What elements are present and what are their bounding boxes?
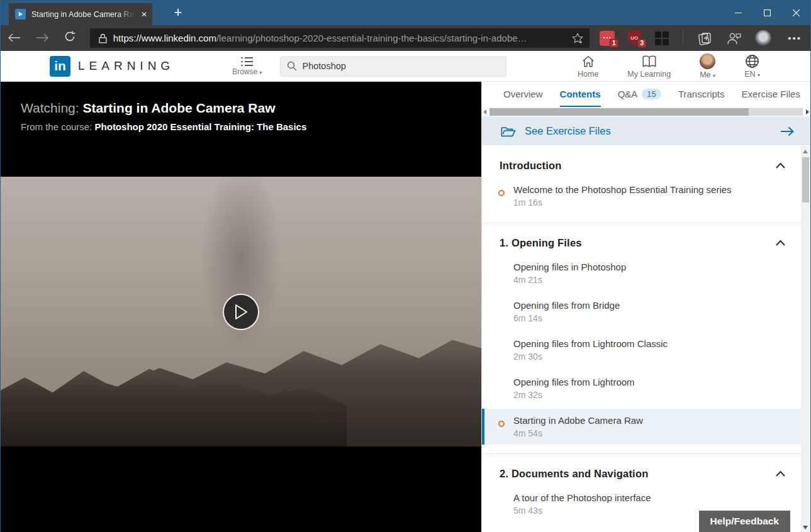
rock-ridge-front <box>1 338 347 446</box>
panel-tabs: Overview Contents Q&A15 Transcripts Exer… <box>482 82 810 107</box>
adblock-extension-icon[interactable]: ... 1 <box>600 31 615 46</box>
scroll-up-arrow-icon[interactable] <box>803 150 808 153</box>
browser-titlebar[interactable]: Starting in Adobe Camera Raw: P ✕ + <box>1 0 810 25</box>
tab-transcripts[interactable]: Transcripts <box>678 82 725 107</box>
toc-item-current[interactable]: Starting in Adobe Camera Raw 4m 54s <box>482 409 801 445</box>
course-title-link[interactable]: Photoshop 2020 Essential Training: The B… <box>95 121 307 132</box>
toolbar-divider <box>683 31 683 46</box>
video-meta: Watching: Starting in Adobe Camera Raw F… <box>1 82 481 132</box>
page-content: Watching: Starting in Adobe Camera Raw F… <box>1 82 810 532</box>
folder-open-icon <box>501 125 516 138</box>
chevron-down-icon: ▾ <box>758 72 760 78</box>
scroll-down-arrow-icon[interactable] <box>803 526 808 529</box>
adblock-badge: 1 <box>610 39 618 48</box>
vertical-scroll-thumb[interactable] <box>802 157 809 202</box>
scroll-left-arrow-icon[interactable] <box>483 109 486 114</box>
window-controls <box>724 0 810 25</box>
play-button[interactable] <box>223 294 259 330</box>
nav-home[interactable]: Home <box>578 55 598 79</box>
in-progress-ring-icon <box>498 421 505 427</box>
new-tab-button[interactable]: + <box>165 0 191 25</box>
horizontal-scroll-thumb[interactable] <box>489 108 749 116</box>
search-input[interactable] <box>303 61 491 71</box>
section-header[interactable]: 1. Opening Files <box>482 232 801 253</box>
grid-extension-icon[interactable] <box>655 31 669 45</box>
back-button[interactable] <box>1 31 28 45</box>
toc-item[interactable]: Opening files in Photoshop 4m 21s <box>482 255 801 291</box>
chevron-down-icon: ▾ <box>260 70 262 75</box>
exercise-banner-label: See Exercise Files <box>525 125 780 137</box>
tab-overview[interactable]: Overview <box>503 82 543 107</box>
site-header: in LEARNING Browse ▾ Home My Learning Me… <box>1 51 810 82</box>
tab-qa[interactable]: Q&A15 <box>618 82 661 107</box>
watching-label: Watching: <box>21 101 79 115</box>
tab-exercise-files[interactable]: Exercise Files <box>742 82 800 107</box>
url-text: https://www.linkedin.com/learning/photos… <box>113 33 567 43</box>
chevron-up-icon <box>775 470 786 477</box>
help-feedback-button[interactable]: Help/Feedback <box>699 511 790 532</box>
nav-language[interactable]: EN ▾ <box>744 54 760 79</box>
globe-icon <box>745 54 759 69</box>
toc-item[interactable]: Welcome to the Photoshop Essential Train… <box>482 178 801 214</box>
search-box[interactable] <box>280 56 506 77</box>
chevron-up-icon <box>775 162 786 169</box>
lock-icon <box>99 33 107 43</box>
video-title-line: Watching: Starting in Adobe Camera Raw <box>21 101 461 116</box>
table-of-contents: Introduction Welcome to the Photoshop Es… <box>482 146 801 532</box>
settings-menu-icon[interactable]: ••• <box>788 33 802 43</box>
nav-me[interactable]: Me ▾ <box>700 53 715 79</box>
maximize-button[interactable] <box>752 0 781 25</box>
vertical-scrollbar[interactable] <box>801 146 810 532</box>
play-icon <box>234 304 248 320</box>
home-icon <box>581 55 595 69</box>
open-book-icon <box>642 55 657 69</box>
forward-button[interactable] <box>28 31 56 45</box>
linkedin-logo[interactable]: in <box>50 56 70 77</box>
extensions-row: ... 1 UO 3 ••• <box>600 30 810 47</box>
toc-section-opening-files: 1. Opening Files Opening files in Photos… <box>482 223 801 453</box>
linkedin-learning-brand[interactable]: in LEARNING <box>50 56 174 77</box>
user-avatar[interactable] <box>700 53 715 69</box>
video-title: Starting in Adobe Camera Raw <box>82 101 275 115</box>
header-nav: Home My Learning Me ▾ EN ▾ <box>578 51 760 82</box>
video-favicon-icon <box>15 9 26 19</box>
refresh-button[interactable] <box>56 31 84 45</box>
horizontal-scrollbar[interactable] <box>482 107 810 117</box>
browser-profile-avatar[interactable] <box>755 30 771 47</box>
close-button[interactable] <box>781 0 810 25</box>
minimize-button[interactable] <box>724 0 752 25</box>
scroll-right-arrow-icon[interactable] <box>806 109 809 114</box>
address-bar[interactable]: https://www.linkedin.com/learning/photos… <box>90 28 590 48</box>
favorite-star-icon[interactable] <box>572 33 583 44</box>
tab-close-icon[interactable]: ✕ <box>141 10 147 19</box>
browser-window: Starting in Adobe Camera Raw: P ✕ + <box>0 0 811 532</box>
url-host: https://www.linkedin.com <box>113 33 216 43</box>
course-side-panel: Overview Contents Q&A15 Transcripts Exer… <box>481 82 810 532</box>
course-line: From the course: Photoshop 2020 Essentia… <box>21 121 461 132</box>
toc-item[interactable]: Opening files from Bridge 6m 14s <box>482 294 801 330</box>
tab-contents[interactable]: Contents <box>560 82 601 107</box>
exercise-files-banner[interactable]: See Exercise Files <box>482 117 810 145</box>
toc-section-introduction: Introduction Welcome to the Photoshop Es… <box>482 146 801 223</box>
nav-my-learning[interactable]: My Learning <box>627 55 671 79</box>
tab-title: Starting in Adobe Camera Raw: P <box>31 10 137 19</box>
chevron-up-icon <box>775 240 786 247</box>
arrow-right-icon <box>780 126 794 136</box>
section-header[interactable]: 2. Documents and Navigation <box>482 463 801 484</box>
video-thumbnail[interactable] <box>1 177 481 446</box>
toc-item[interactable]: Opening files from Lightroom Classic 2m … <box>482 332 801 368</box>
chevron-down-icon: ▾ <box>713 73 715 79</box>
section-header[interactable]: Introduction <box>482 155 801 175</box>
course-label: From the course: <box>21 121 92 132</box>
video-player-pane: Watching: Starting in Adobe Camera Raw F… <box>1 82 481 532</box>
url-path: /learning/photoshop-2020-essential-train… <box>216 33 527 43</box>
toc-item[interactable]: Opening files from Lightroom 2m 32s <box>482 370 801 406</box>
shield-extension-icon[interactable]: UO 3 <box>627 31 642 46</box>
in-progress-ring-icon <box>498 190 505 196</box>
feedback-person-icon[interactable] <box>726 30 742 47</box>
browser-tab[interactable]: Starting in Adobe Camera Raw: P ✕ <box>9 3 152 25</box>
collections-icon[interactable] <box>697 30 713 47</box>
shield-badge: 3 <box>637 39 646 48</box>
browser-toolbar: https://www.linkedin.com/learning/photos… <box>1 25 810 51</box>
browse-menu[interactable]: Browse ▾ <box>232 57 262 76</box>
